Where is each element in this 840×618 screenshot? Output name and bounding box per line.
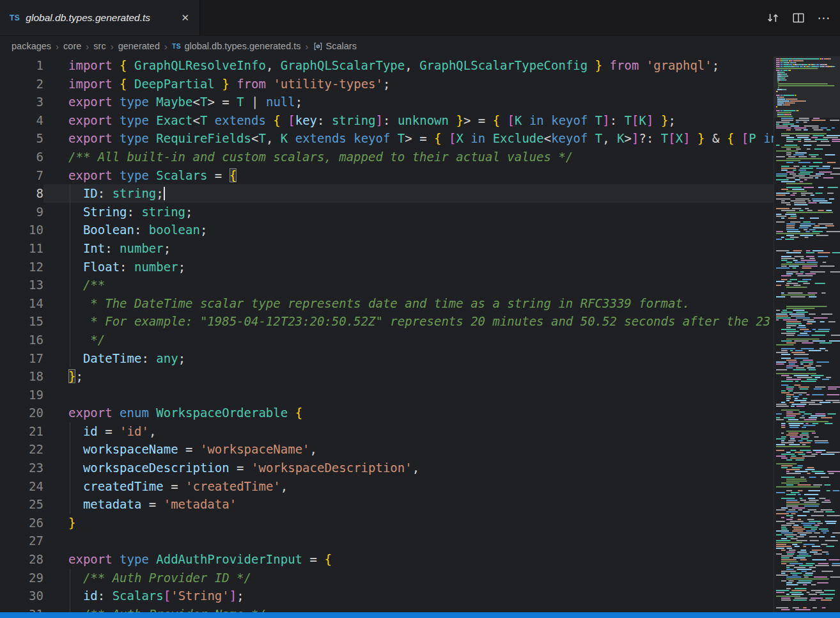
code-line-1[interactable]: 1import { GraphQLResolveInfo, GraphQLSca… bbox=[0, 56, 774, 75]
line-number[interactable]: 6 bbox=[0, 148, 43, 166]
line-content[interactable]: } bbox=[43, 514, 774, 532]
code-line-20[interactable]: 20export enum WorkspaceOrderable { bbox=[0, 404, 774, 422]
code-line-4[interactable]: 4export type Exact<T extends { [key: str… bbox=[0, 111, 774, 130]
line-number[interactable]: 17 bbox=[0, 349, 43, 368]
line-content[interactable]: }; bbox=[43, 367, 774, 386]
line-content[interactable] bbox=[43, 532, 774, 550]
line-content[interactable]: /** Auth Provider Name */ bbox=[43, 605, 774, 612]
code-line-18[interactable]: 18}; bbox=[0, 367, 774, 386]
line-number[interactable]: 11 bbox=[0, 239, 43, 258]
code-line-21[interactable]: 21 id = 'id', bbox=[0, 422, 774, 441]
code-line-13[interactable]: 13 /** bbox=[0, 276, 774, 294]
line-content[interactable]: import { GraphQLResolveInfo, GraphQLScal… bbox=[43, 56, 774, 75]
breadcrumb-item-scalars[interactable]: Scalars bbox=[313, 41, 357, 51]
editor[interactable]: 1import { GraphQLResolveInfo, GraphQLSca… bbox=[0, 56, 840, 612]
line-content[interactable]: * The DateTime scalar type represents da… bbox=[43, 294, 774, 313]
line-content[interactable]: /** bbox=[43, 276, 774, 294]
code-line-17[interactable]: 17 DateTime: any; bbox=[0, 349, 774, 368]
line-number[interactable]: 31 bbox=[0, 605, 43, 612]
line-number[interactable]: 2 bbox=[0, 75, 43, 93]
line-content[interactable]: Float: number; bbox=[43, 258, 774, 276]
code-line-15[interactable]: 15 * For example: "1985-04-12T23:20:50.5… bbox=[0, 312, 774, 331]
line-content[interactable]: export type AddAuthProviderInput = { bbox=[43, 550, 774, 569]
code-line-8[interactable]: 8 ID: string; bbox=[0, 184, 774, 203]
line-number[interactable]: 19 bbox=[0, 386, 43, 404]
code-line-9[interactable]: 9 String: string; bbox=[0, 203, 774, 221]
line-content[interactable]: export type Maybe<T> = T | null; bbox=[43, 93, 774, 111]
split-editor-icon[interactable] bbox=[790, 10, 807, 26]
line-number[interactable]: 29 bbox=[0, 569, 43, 587]
code-line-14[interactable]: 14 * The DateTime scalar type represents… bbox=[0, 294, 774, 313]
code-line-7[interactable]: 7export type Scalars = { bbox=[0, 166, 774, 185]
line-content[interactable]: /** Auth Provider ID */ bbox=[43, 569, 774, 587]
line-content[interactable]: metadata = 'metadata' bbox=[43, 495, 774, 514]
more-actions-icon[interactable]: ⋯ bbox=[816, 10, 832, 26]
code-line-31[interactable]: 31 /** Auth Provider Name */ bbox=[0, 605, 774, 612]
line-content[interactable]: */ bbox=[43, 331, 774, 349]
code-line-23[interactable]: 23 workspaceDescription = 'workspaceDesc… bbox=[0, 459, 774, 477]
tab-global-db-types-generated[interactable]: TS global.db.types.generated.ts ✕ bbox=[0, 0, 200, 35]
breadcrumb-item-src[interactable]: src bbox=[93, 41, 105, 51]
line-content[interactable]: createdTime = 'createdTime', bbox=[43, 477, 774, 496]
line-content[interactable]: String: string; bbox=[43, 203, 774, 221]
line-content[interactable]: id = 'id', bbox=[43, 422, 774, 441]
line-content[interactable]: workspaceName = 'workspaceName', bbox=[43, 440, 774, 459]
code-line-29[interactable]: 29 /** Auth Provider ID */ bbox=[0, 569, 774, 587]
line-number[interactable]: 14 bbox=[0, 294, 43, 313]
line-number[interactable]: 25 bbox=[0, 495, 43, 514]
breadcrumb-item-packages[interactable]: packages bbox=[12, 41, 51, 51]
line-number[interactable]: 27 bbox=[0, 532, 43, 550]
line-content[interactable]: DateTime: any; bbox=[43, 349, 774, 368]
code-line-25[interactable]: 25 metadata = 'metadata' bbox=[0, 495, 774, 514]
code-line-26[interactable]: 26} bbox=[0, 514, 774, 532]
line-content[interactable]: Int: number; bbox=[43, 239, 774, 258]
line-content[interactable]: id: Scalars['String']; bbox=[43, 587, 774, 605]
code-line-6[interactable]: 6/** All built-in and custom scalars, ma… bbox=[0, 148, 774, 166]
line-number[interactable]: 28 bbox=[0, 550, 43, 569]
code-line-22[interactable]: 22 workspaceName = 'workspaceName', bbox=[0, 440, 774, 459]
line-number[interactable]: 8 bbox=[0, 184, 43, 203]
line-content[interactable]: export enum WorkspaceOrderable { bbox=[43, 404, 774, 422]
code-line-3[interactable]: 3export type Maybe<T> = T | null; bbox=[0, 93, 774, 111]
line-number[interactable]: 15 bbox=[0, 312, 43, 331]
line-number[interactable]: 26 bbox=[0, 514, 43, 532]
line-content[interactable]: /** All built-in and custom scalars, map… bbox=[43, 148, 774, 166]
line-content[interactable]: * For example: "1985-04-12T23:20:50.52Z"… bbox=[43, 312, 774, 331]
code-line-2[interactable]: 2import { DeepPartial } from 'utility-ty… bbox=[0, 75, 774, 93]
minimap[interactable] bbox=[774, 56, 840, 612]
line-content[interactable]: export type RequireFields<T, K extends k… bbox=[43, 129, 774, 148]
line-number[interactable]: 21 bbox=[0, 422, 43, 441]
line-content[interactable]: export type Exact<T extends { [key: stri… bbox=[43, 111, 774, 130]
line-number[interactable]: 4 bbox=[0, 111, 43, 130]
line-content[interactable] bbox=[43, 386, 774, 404]
line-number[interactable]: 13 bbox=[0, 276, 43, 294]
line-number[interactable]: 24 bbox=[0, 477, 43, 496]
breadcrumb-item-global-db-types-generated-ts[interactable]: TSglobal.db.types.generated.ts bbox=[172, 41, 301, 51]
code-line-19[interactable]: 19 bbox=[0, 386, 774, 404]
close-tab-icon[interactable]: ✕ bbox=[178, 11, 192, 25]
line-number[interactable]: 22 bbox=[0, 440, 43, 459]
line-number[interactable]: 9 bbox=[0, 203, 43, 221]
line-content[interactable]: ID: string; bbox=[43, 184, 774, 203]
line-content[interactable]: workspaceDescription = 'workspaceDescrip… bbox=[43, 459, 774, 477]
line-number[interactable]: 7 bbox=[0, 166, 43, 185]
line-number[interactable]: 30 bbox=[0, 587, 43, 605]
line-number[interactable]: 10 bbox=[0, 221, 43, 239]
code-line-30[interactable]: 30 id: Scalars['String']; bbox=[0, 587, 774, 605]
line-number[interactable]: 12 bbox=[0, 258, 43, 276]
code-line-24[interactable]: 24 createdTime = 'createdTime', bbox=[0, 477, 774, 496]
code-line-27[interactable]: 27 bbox=[0, 532, 774, 550]
breadcrumb-item-generated[interactable]: generated bbox=[118, 41, 160, 51]
line-number[interactable]: 1 bbox=[0, 56, 43, 75]
open-changes-icon[interactable] bbox=[765, 10, 781, 26]
code-line-12[interactable]: 12 Float: number; bbox=[0, 258, 774, 276]
line-number[interactable]: 3 bbox=[0, 93, 43, 111]
line-number[interactable]: 20 bbox=[0, 404, 43, 422]
line-content[interactable]: export type Scalars = { bbox=[43, 166, 774, 185]
code-area[interactable]: 1import { GraphQLResolveInfo, GraphQLSca… bbox=[0, 56, 774, 612]
code-line-11[interactable]: 11 Int: number; bbox=[0, 239, 774, 258]
line-number[interactable]: 5 bbox=[0, 129, 43, 148]
line-content[interactable]: import { DeepPartial } from 'utility-typ… bbox=[43, 75, 774, 93]
line-number[interactable]: 18 bbox=[0, 367, 43, 386]
line-number[interactable]: 16 bbox=[0, 331, 43, 349]
